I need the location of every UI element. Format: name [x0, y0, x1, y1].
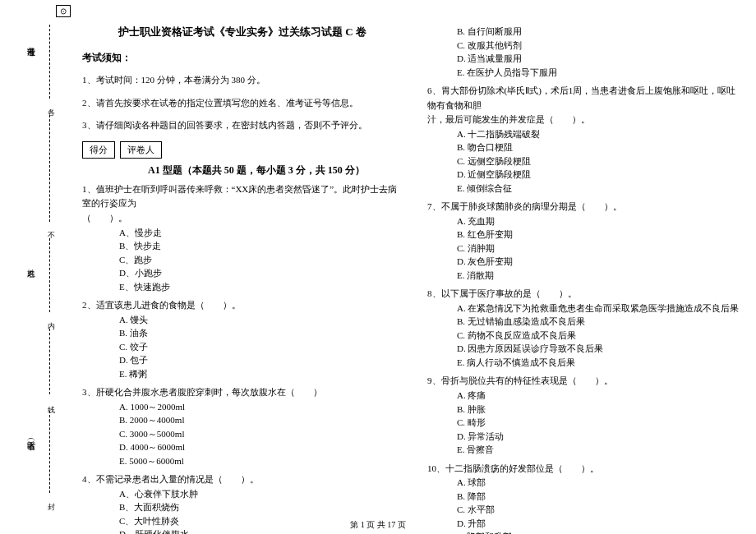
question-stem: 3、肝硬化合并腹水患者腹腔穿刺时，每次放腹水在（ ）	[82, 385, 403, 400]
question-stem: 6、胃大部份切除术(毕氏Ⅱ式)，术后1周，当患者进食后上腹饱胀和呕吐，呕吐物有食…	[427, 84, 740, 113]
option: B. 无过错输血感染造成不良后果	[457, 315, 740, 329]
option: D. 异常活动	[457, 430, 740, 444]
question-1: 1、值班护士在听到呼叫器传来呼救：“XX床的患者突然昏迷了”。此时护士去病室的行…	[82, 182, 403, 293]
option: A. 馒头	[119, 313, 403, 327]
option: A. 1000～2000ml	[119, 400, 403, 414]
score-row: 得分 评卷人	[82, 141, 403, 159]
option: A. 充血期	[457, 214, 740, 228]
notice-item: 2、请首先按要求在试卷的指定位置填写您的姓名、准考证号等信息。	[82, 96, 403, 111]
question-2: 2、适宜该患儿进食的食物是（ ）。 A. 馒头 B. 油条 C. 饺子 D. 包…	[82, 298, 403, 380]
option: D. 因患方原因延误诊疗导致不良后果	[457, 342, 740, 356]
option: D、小跑步	[119, 266, 403, 280]
option: A. 球部	[457, 476, 740, 490]
option: B、快步走	[119, 239, 403, 253]
question-3: 3、肝硬化合并腹水患者腹腔穿刺时，每次放腹水在（ ） A. 1000～2000m…	[82, 385, 403, 467]
question-stem: 4、不需记录患者出入量的情况是（ ）。	[82, 472, 403, 487]
option: B. 自行间断服用	[457, 25, 740, 39]
option: A、心衰伴下肢水肿	[119, 487, 403, 501]
option: A. 疼痛	[457, 389, 740, 403]
option: D. 包子	[119, 353, 403, 367]
option: C. 3000～5000ml	[119, 427, 403, 441]
question-stem: 8、以下属于医疗事故的是（ ）。	[427, 287, 740, 302]
question-stem: 10、十二指肠溃疡的好发部位是（ ）。	[427, 462, 740, 476]
option: A、慢步走	[119, 226, 403, 240]
option: C. 消肿期	[457, 242, 740, 255]
option: C. 畸形	[457, 416, 740, 430]
binding-margin: 准考证号 姓名 省（市区） 各 不 内 线 封	[0, 0, 74, 518]
option: B. 红色肝变期	[457, 228, 740, 242]
notice-item: 1、考试时间：120 分钟，本卷满分为 380 分。	[82, 73, 403, 88]
option: A. 十二指肠残端破裂	[457, 127, 740, 141]
section-title: A1 型题（本题共 50 题，每小题 3 分，共 150 分）	[148, 163, 403, 177]
option: C. 水平部	[457, 503, 740, 517]
option: C. 改服其他钙剂	[457, 39, 740, 53]
exam-title: 护士职业资格证考试《专业实务》过关练习试题 C 卷	[82, 25, 403, 39]
question-stem: 7、不属于肺炎球菌肺炎的病理分期是（ ）。	[427, 200, 740, 214]
seal-line	[49, 329, 50, 394]
option: D. 适当减量服用	[457, 52, 740, 66]
score-box: 得分	[82, 141, 115, 159]
option: C. 饺子	[119, 340, 403, 354]
question-8: 8、以下属于医疗事故的是（ ）。 A. 在紧急情况下为抢救垂危患者生命而采取紧急…	[427, 287, 740, 369]
question-9: 9、骨折与脱位共有的特征性表现是（ ）。 A. 疼痛 B. 肿胀 C. 畸形 D…	[427, 374, 740, 456]
question-7: 7、不属于肺炎球菌肺炎的病理分期是（ ）。 A. 充血期 B. 红色肝变期 C.…	[427, 200, 740, 282]
page-content: 护士职业资格证考试《专业实务》过关练习试题 C 卷 考试须知： 1、考试时间：1…	[82, 25, 740, 534]
option: D. 灰色肝变期	[457, 255, 740, 269]
option: E、快速跑步	[119, 280, 403, 294]
page-footer: 第 1 页 共 17 页	[0, 519, 756, 531]
option: B. 肿胀	[457, 403, 740, 417]
option: A. 在紧急情况下为抢救垂危患者生命而采取紧急医学措施造成不良后果	[457, 302, 740, 315]
column-left: 护士职业资格证考试《专业实务》过关练习试题 C 卷 考试须知： 1、考试时间：1…	[82, 25, 403, 534]
option: D. 近侧空肠段梗阻	[457, 168, 740, 182]
question-stem: 2、适宜该患儿进食的食物是（ ）。	[82, 298, 403, 313]
option: E. 在医护人员指导下服用	[457, 66, 740, 80]
seal-line	[49, 25, 50, 99]
seal-line	[49, 411, 50, 493]
option: E. 病人行动不慎造成不良后果	[457, 356, 740, 370]
option: E. 消散期	[457, 269, 740, 283]
seal-line	[49, 238, 50, 312]
question-stem: （ ）。	[82, 211, 403, 226]
option: B. 降部	[457, 490, 740, 504]
question-stem: 汁，最后可能发生的并发症是（ ）。	[427, 113, 740, 127]
option: C、跑步	[119, 253, 403, 267]
option: B. 2000～4000ml	[119, 413, 403, 427]
option: B. 吻合口梗阻	[457, 140, 740, 154]
option: E. 稀粥	[119, 367, 403, 381]
option: E. 骨擦音	[457, 443, 740, 457]
option: E. 倾倒综合征	[457, 182, 740, 196]
question-6: 6、胃大部份切除术(毕氏Ⅱ式)，术后1周，当患者进食后上腹饱胀和呕吐，呕吐物有食…	[427, 84, 740, 195]
examiner-box: 评卷人	[120, 141, 162, 159]
seal-line	[49, 115, 50, 222]
question-stem: 1、值班护士在听到呼叫器传来呼救：“XX床的患者突然昏迷了”。此时护士去病室的行…	[82, 182, 403, 211]
option: D. 4000～6000ml	[119, 440, 403, 454]
notice-heading: 考试须知：	[82, 51, 403, 65]
option: C. 远侧空肠段梗阻	[457, 154, 740, 168]
notice-item: 3、请仔细阅读各种题目的回答要求，在密封线内答题，否则不予评分。	[82, 118, 403, 133]
option: B、大面积烧伤	[119, 500, 403, 514]
option: E. 5000～6000ml	[119, 454, 403, 468]
option: B. 油条	[119, 326, 403, 340]
question-stem: 9、骨折与脱位共有的特征性表现是（ ）。	[427, 374, 740, 389]
column-right: B. 自行间断服用 C. 改服其他钙剂 D. 适当减量服用 E. 在医护人员指导…	[427, 25, 740, 534]
option: C. 药物不良反应造成不良后果	[457, 329, 740, 343]
